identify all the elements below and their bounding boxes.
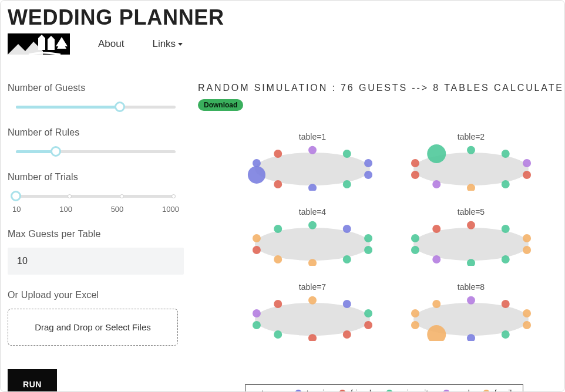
- guest-dot[interactable]: [274, 330, 282, 339]
- guest-dot[interactable]: [364, 309, 372, 317]
- guest-dot[interactable]: [467, 296, 475, 305]
- guest-dot[interactable]: [364, 159, 372, 167]
- guest-dot[interactable]: [432, 225, 440, 233]
- guest-dot[interactable]: [523, 171, 531, 179]
- guest-dot[interactable]: [343, 330, 351, 339]
- rules-slider[interactable]: [16, 146, 176, 157]
- table-label: table=4: [239, 207, 386, 217]
- controls-sidebar: Number of Guests Number of Rules Number …: [8, 83, 184, 392]
- download-button[interactable]: Download: [198, 99, 243, 111]
- guest-dot[interactable]: [432, 255, 440, 263]
- nav-links-dropdown[interactable]: Links: [152, 38, 183, 50]
- nav-row: About Links: [8, 33, 557, 55]
- upload-label: Or Upload your Excel: [8, 290, 184, 300]
- guest-dot[interactable]: [523, 321, 531, 329]
- guest-dot[interactable]: [467, 221, 475, 229]
- guest-dot[interactable]: [274, 300, 282, 308]
- guest-dot[interactable]: [411, 321, 419, 329]
- guest-dot[interactable]: [432, 180, 440, 188]
- table-diagram: [403, 218, 539, 266]
- guest-dot[interactable]: [253, 246, 261, 254]
- table-diagram: [403, 143, 539, 191]
- svg-point-11: [413, 228, 529, 261]
- guest-dot[interactable]: [343, 225, 351, 233]
- table-label: table=8: [398, 282, 544, 292]
- table-cell: table=5: [398, 207, 544, 266]
- guest-dot[interactable]: [411, 246, 419, 254]
- legend-work: work: [443, 388, 472, 392]
- guest-dot[interactable]: [411, 234, 419, 242]
- guest-dot[interactable]: [308, 296, 317, 305]
- guest-dot[interactable]: [523, 246, 531, 254]
- guest-dot[interactable]: [427, 144, 446, 163]
- guest-dot[interactable]: [411, 309, 419, 317]
- table-diagram: [245, 143, 380, 191]
- guest-dot[interactable]: [274, 180, 282, 188]
- guest-dot[interactable]: [502, 225, 510, 233]
- guest-dot[interactable]: [523, 234, 531, 242]
- trials-ticks: 10 100 500 1000: [12, 205, 179, 214]
- guest-dot[interactable]: [364, 234, 372, 242]
- table-cell: table=8: [398, 282, 544, 341]
- guest-dot[interactable]: [343, 300, 351, 308]
- upload-dropzone[interactable]: Drag and Drop or Select Files: [8, 309, 178, 346]
- legend-title: category: [253, 388, 284, 392]
- table-diagram: [403, 293, 539, 341]
- rules-label: Number of Rules: [8, 127, 184, 138]
- guest-dot[interactable]: [343, 180, 351, 188]
- chevron-down-icon: [178, 43, 183, 46]
- guest-dot[interactable]: [364, 246, 372, 254]
- guest-dot[interactable]: [274, 255, 282, 263]
- nav-about[interactable]: About: [98, 38, 124, 50]
- guest-dot[interactable]: [274, 150, 282, 158]
- legend-university: university: [386, 388, 432, 392]
- table-diagram: [245, 293, 380, 341]
- table-cell: table=2: [398, 132, 544, 191]
- guest-dot[interactable]: [343, 255, 351, 263]
- guest-dot[interactable]: [253, 321, 261, 329]
- guest-dot[interactable]: [432, 300, 440, 308]
- legend-friends: friends: [339, 388, 375, 392]
- nav-links-label: Links: [152, 38, 176, 50]
- guest-dot[interactable]: [502, 300, 510, 308]
- guests-label: Number of Guests: [8, 83, 184, 93]
- legend: category tennis friends university work …: [245, 384, 523, 392]
- guest-dot[interactable]: [411, 171, 419, 179]
- guest-dot[interactable]: [523, 159, 531, 167]
- table-label: table=1: [239, 132, 386, 141]
- guest-dot[interactable]: [253, 234, 261, 242]
- guest-dot[interactable]: [253, 309, 261, 317]
- guest-dot[interactable]: [502, 180, 510, 188]
- guest-dot[interactable]: [308, 146, 317, 154]
- page-title: WEDDING PLANNER: [8, 5, 557, 30]
- guest-dot[interactable]: [502, 255, 510, 263]
- guest-dot[interactable]: [364, 171, 372, 179]
- svg-rect-4: [48, 39, 55, 50]
- svg-point-12: [255, 303, 370, 336]
- guest-dot[interactable]: [467, 146, 475, 154]
- guests-slider[interactable]: [16, 102, 176, 112]
- guest-dot[interactable]: [308, 221, 317, 229]
- tables-grid: table=1table=2table=4table=5table=7table…: [239, 132, 565, 341]
- guest-dot[interactable]: [411, 159, 419, 167]
- svg-rect-2: [38, 38, 45, 50]
- guest-dot[interactable]: [343, 150, 351, 158]
- trials-slider[interactable]: [16, 191, 176, 201]
- guest-dot[interactable]: [502, 150, 510, 158]
- svg-point-8: [255, 153, 370, 185]
- guest-dot[interactable]: [523, 309, 531, 317]
- table-label: table=7: [239, 282, 386, 292]
- logo-image: [8, 33, 70, 55]
- guest-dot[interactable]: [253, 159, 261, 167]
- guest-dot[interactable]: [274, 225, 282, 233]
- guest-dot[interactable]: [248, 166, 265, 184]
- max-guests-input[interactable]: [8, 248, 184, 275]
- max-guests-label: Max Guests per Table: [8, 229, 184, 239]
- table-diagram: [245, 218, 380, 266]
- guest-dot[interactable]: [502, 330, 510, 339]
- run-button[interactable]: RUN: [8, 369, 57, 392]
- guest-dot[interactable]: [364, 321, 372, 329]
- table-label: table=5: [398, 207, 544, 217]
- trials-label: Number of Trials: [8, 172, 184, 183]
- table-cell: table=4: [239, 207, 386, 266]
